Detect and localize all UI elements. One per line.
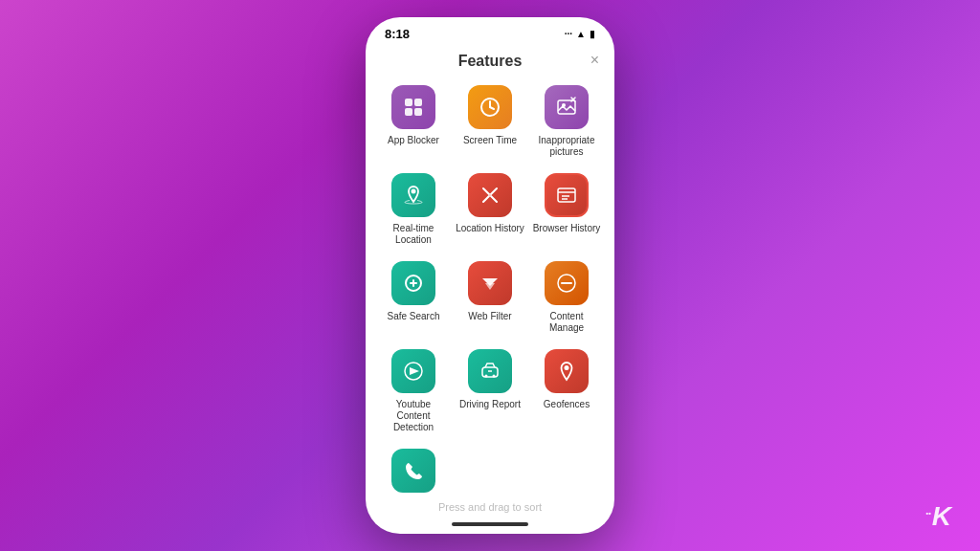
feature-item-geofences[interactable]: Geofences <box>532 349 601 433</box>
screen-time-icon <box>468 85 512 129</box>
content-manage-label: Content Manage <box>532 311 601 334</box>
geofences-icon <box>545 349 589 393</box>
time: 8:18 <box>385 27 410 41</box>
feature-item-location-history[interactable]: Location History <box>456 173 524 246</box>
svg-rect-11 <box>558 188 575 202</box>
feature-row: Youtube Content Detection Driving Report… <box>375 349 605 433</box>
real-time-location-label: Real-time Location <box>379 223 448 246</box>
svg-point-23 <box>493 375 496 378</box>
signal-icon: ··· <box>565 29 572 39</box>
geofences-label: Geofences <box>544 399 590 410</box>
feature-item-safe-search[interactable]: Safe Search <box>379 261 448 334</box>
real-time-location-icon <box>391 173 435 217</box>
feature-row: App Blocker Screen Time Inappropriate pi… <box>375 85 605 158</box>
app-blocker-icon <box>391 85 435 129</box>
svg-point-22 <box>485 375 488 378</box>
feature-item-empty <box>456 449 524 496</box>
modal-header: Features × <box>366 45 614 79</box>
content-manage-icon <box>545 261 589 305</box>
watermark-logo: ••K <box>925 501 951 532</box>
feature-item-content-manage[interactable]: Content Manage <box>532 261 601 334</box>
feature-item-inappropriate-pictures[interactable]: Inappropriate pictures <box>532 85 601 158</box>
feature-row: Call Kids <box>375 449 605 496</box>
browser-history-label: Browser History <box>533 223 601 234</box>
driving-report-label: Driving Report <box>459 399 521 410</box>
watermark-dot-icon: •• <box>925 509 931 518</box>
feature-row: Real-time Location Location History Brow… <box>375 173 605 246</box>
battery-icon: ▮ <box>590 29 595 39</box>
feature-item-driving-report[interactable]: Driving Report <box>456 349 524 433</box>
feature-item-app-blocker[interactable]: App Blocker <box>379 85 448 158</box>
feature-item-youtube-content-detection[interactable]: Youtube Content Detection <box>379 349 448 433</box>
svg-rect-3 <box>414 108 422 116</box>
feature-item-browser-history[interactable]: Browser History <box>532 173 601 246</box>
driving-report-icon <box>468 349 512 393</box>
feature-item-web-filter[interactable]: Web Filter <box>456 261 524 334</box>
feature-row: Safe Search Web Filter Content Manage <box>375 261 605 334</box>
modal-content: Features × App Blocker Screen Time Inapp… <box>366 45 614 534</box>
youtube-content-detection-icon <box>391 349 435 393</box>
wifi-icon: ▲ <box>576 29 586 39</box>
feature-item-screen-time[interactable]: Screen Time <box>456 85 524 158</box>
browser-history-icon <box>545 173 589 217</box>
svg-rect-2 <box>405 108 412 116</box>
safe-search-icon <box>391 261 435 305</box>
close-button[interactable]: × <box>590 53 599 68</box>
feature-item-call-kids[interactable]: Call Kids <box>379 449 448 496</box>
location-history-label: Location History <box>456 223 524 234</box>
svg-line-6 <box>490 107 494 109</box>
web-filter-label: Web Filter <box>468 311 511 322</box>
screen-time-label: Screen Time <box>463 135 517 146</box>
web-filter-icon <box>468 261 512 305</box>
features-grid: App Blocker Screen Time Inappropriate pi… <box>366 79 614 496</box>
safe-search-label: Safe Search <box>387 311 439 322</box>
inappropriate-pictures-icon <box>545 85 589 129</box>
phone-frame: 8:18 ··· ▲ ▮ Features × App Blocker Scre… <box>366 17 614 534</box>
status-bar: 8:18 ··· ▲ ▮ <box>366 17 614 45</box>
svg-rect-1 <box>414 99 422 106</box>
feature-item-empty <box>532 449 601 496</box>
feature-item-real-time-location[interactable]: Real-time Location <box>379 173 448 246</box>
inappropriate-pictures-label: Inappropriate pictures <box>532 135 601 158</box>
svg-point-10 <box>412 190 414 192</box>
modal-title: Features <box>458 53 523 70</box>
svg-rect-7 <box>558 100 575 114</box>
location-history-icon <box>468 173 512 217</box>
svg-point-25 <box>565 365 569 370</box>
bottom-bar <box>452 522 528 526</box>
svg-rect-21 <box>482 367 498 377</box>
drag-hint: Press and drag to sort <box>366 496 614 522</box>
app-blocker-label: App Blocker <box>388 135 439 146</box>
call-kids-icon <box>391 449 435 493</box>
svg-rect-0 <box>405 99 412 106</box>
status-icons: ··· ▲ ▮ <box>565 29 595 39</box>
youtube-content-detection-label: Youtube Content Detection <box>379 399 448 433</box>
